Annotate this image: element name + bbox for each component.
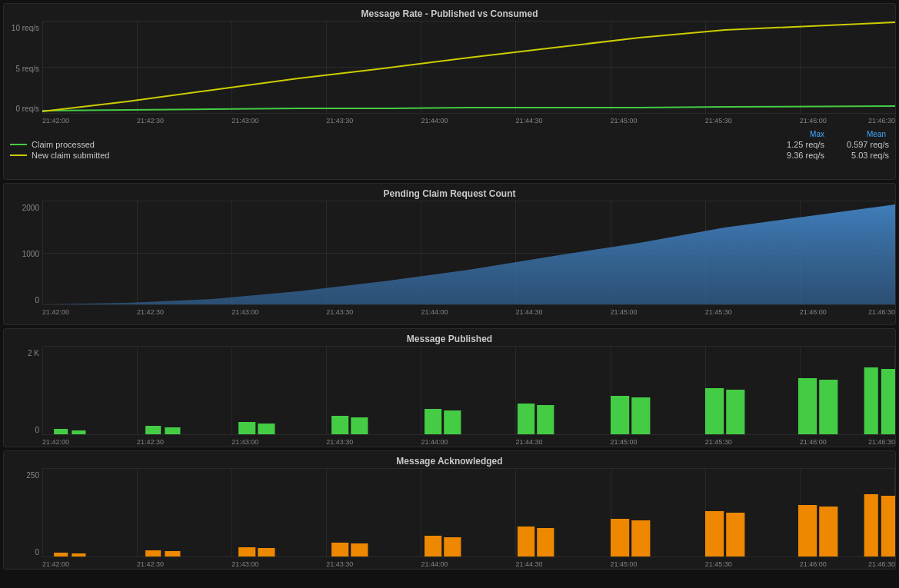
- svg-rect-17: [798, 378, 817, 434]
- svg-rect-19: [864, 367, 878, 434]
- pending-x-2: 21:43:00: [231, 308, 258, 316]
- x-label-8: 21:46:00: [800, 117, 827, 125]
- svg-rect-25: [238, 547, 255, 556]
- legend-mean-header: Mean: [824, 130, 886, 138]
- new-claim-label: New claim submitted: [32, 151, 109, 160]
- svg-rect-9: [425, 409, 441, 434]
- pending-x-4: 21:44:00: [421, 308, 448, 316]
- svg-rect-11: [518, 404, 534, 434]
- x-label-4: 21:44:00: [421, 117, 448, 125]
- y-axis-labels: 10 req/s 5 req/s 0 req/s: [4, 21, 42, 113]
- x-label-1: 21:42:30: [137, 117, 164, 125]
- x-label-5: 21:44:30: [515, 117, 542, 125]
- pub-x-1: 21:42:30: [137, 438, 164, 446]
- svg-rect-34: [631, 520, 650, 556]
- ack-x-0: 21:42:00: [42, 560, 69, 568]
- ack-x-3: 21:43:30: [326, 560, 353, 568]
- claim-processed-max: 1.25 req/s: [763, 140, 824, 149]
- x-label-2: 21:43:00: [231, 117, 258, 125]
- svg-rect-14: [631, 397, 650, 434]
- pub-x-7: 21:45:30: [705, 438, 732, 446]
- pending-x-6: 21:45:00: [611, 308, 638, 316]
- message-published-panel: Message Published 2 K 0: [3, 328, 896, 447]
- y-label-bot: 0 req/s: [15, 105, 39, 113]
- message-acknowledged-title: Message Acknowledged: [4, 451, 895, 468]
- svg-rect-5: [238, 422, 255, 434]
- pending-x-5: 21:44:30: [515, 308, 542, 316]
- new-claim-mean: 5.03 req/s: [827, 151, 889, 160]
- svg-rect-36: [726, 513, 744, 556]
- svg-rect-37: [798, 505, 817, 556]
- pub-x-9: 21:46:30: [868, 438, 895, 446]
- svg-rect-10: [444, 410, 461, 434]
- pending-x-8: 21:46:00: [800, 308, 827, 316]
- pending-x-7: 21:45:30: [705, 308, 732, 316]
- svg-rect-12: [537, 405, 554, 434]
- svg-rect-32: [537, 528, 554, 556]
- ack-y-bot: 0: [35, 548, 39, 556]
- pub-x-3: 21:43:30: [326, 438, 353, 446]
- published-y-bot: 0: [35, 426, 39, 434]
- published-chart-svg: [42, 346, 895, 434]
- x-label-0: 21:42:00: [42, 117, 69, 125]
- pub-x-5: 21:44:30: [515, 438, 542, 446]
- ack-x-6: 21:45:00: [611, 560, 638, 568]
- pub-x-4: 21:44:00: [421, 438, 448, 446]
- pending-x-9: 21:46:30: [868, 308, 895, 316]
- ack-chart-svg: [42, 468, 895, 556]
- ack-x-7: 21:45:30: [705, 560, 732, 568]
- svg-rect-33: [611, 519, 629, 556]
- svg-rect-26: [258, 548, 275, 556]
- pending-x-3: 21:43:30: [326, 308, 353, 316]
- rate-chart-svg: [42, 21, 895, 113]
- svg-rect-4: [165, 427, 180, 434]
- svg-rect-20: [881, 369, 895, 434]
- claim-processed-mean: 0.597 req/s: [827, 140, 889, 149]
- pub-x-8: 21:46:00: [800, 438, 827, 446]
- svg-rect-13: [611, 396, 629, 434]
- new-claim-max: 9.36 req/s: [763, 151, 824, 160]
- svg-rect-29: [425, 536, 441, 556]
- pending-chart-svg: [42, 201, 895, 304]
- x-label-9: 21:46:30: [868, 117, 895, 125]
- pending-claim-panel: Pending Claim Request Count 2000 1000 0: [3, 183, 896, 325]
- pending-x-0: 21:42:00: [42, 308, 69, 316]
- claim-processed-label: Claim processed: [32, 140, 95, 149]
- ack-x-9: 21:46:30: [868, 560, 895, 568]
- message-rate-title: Message Rate - Published vs Consumed: [4, 4, 895, 21]
- pending-y-top: 2000: [22, 204, 39, 212]
- ack-x-8: 21:46:00: [800, 560, 827, 568]
- pending-y-mid: 1000: [22, 250, 39, 258]
- svg-rect-38: [819, 507, 837, 556]
- dashboard: Message Rate - Published vs Consumed 10 …: [0, 0, 899, 588]
- pub-x-6: 21:45:00: [611, 438, 638, 446]
- pending-y-bot: 0: [35, 296, 39, 304]
- ack-y-top: 250: [26, 471, 39, 480]
- svg-rect-16: [726, 390, 744, 434]
- svg-rect-39: [864, 494, 878, 556]
- claim-processed-legend-line: [10, 144, 27, 145]
- ack-x-2: 21:43:00: [231, 560, 258, 568]
- ack-y-labels: 250 0: [4, 468, 42, 556]
- y-label-mid: 5 req/s: [15, 65, 39, 73]
- svg-rect-15: [705, 388, 724, 434]
- legend-max-header: Max: [763, 130, 824, 138]
- svg-rect-28: [351, 543, 368, 556]
- svg-marker-0: [42, 204, 895, 304]
- published-y-labels: 2 K 0: [4, 346, 42, 434]
- new-claim-legend-line: [10, 154, 27, 156]
- pending-y-labels: 2000 1000 0: [4, 201, 42, 304]
- message-acknowledged-panel: Message Acknowledged 250 0: [3, 450, 896, 570]
- svg-rect-31: [518, 527, 534, 556]
- svg-rect-8: [351, 417, 368, 434]
- ack-x-4: 21:44:00: [421, 560, 448, 568]
- svg-rect-35: [705, 511, 724, 556]
- svg-rect-1: [54, 429, 68, 434]
- svg-rect-7: [331, 416, 348, 434]
- svg-rect-23: [145, 550, 161, 556]
- pub-x-2: 21:43:00: [231, 438, 258, 446]
- message-rate-panel: Message Rate - Published vs Consumed 10 …: [3, 3, 896, 180]
- svg-rect-40: [881, 496, 895, 556]
- x-label-3: 21:43:30: [326, 117, 353, 125]
- message-published-title: Message Published: [4, 329, 895, 346]
